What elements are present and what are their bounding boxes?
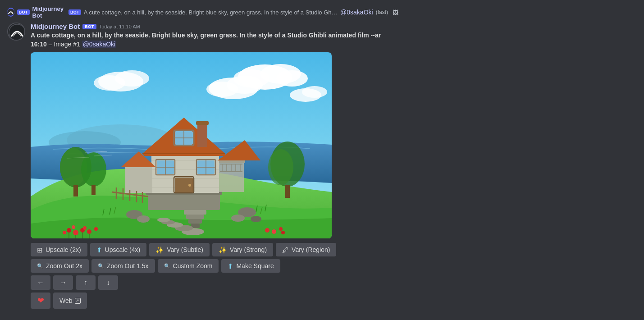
web-label: Web: [59, 297, 73, 304]
make-square-label: Make Square: [236, 262, 274, 270]
zoom-out-15x-button[interactable]: 🔍 Zoom Out 1.5x: [91, 259, 155, 273]
upscale-4x-button[interactable]: ⬆ Upscale (4x): [90, 243, 147, 256]
message-suffix: – Image #1: [49, 41, 82, 48]
custom-zoom-label: Custom Zoom: [173, 262, 213, 270]
generated-image: [31, 52, 332, 238]
svg-point-86: [279, 227, 283, 231]
svg-rect-72: [285, 185, 290, 198]
button-row-bottom: ❤ Web: [31, 293, 398, 309]
zoom-out-2x-button[interactable]: 🔍 Zoom Out 2x: [31, 259, 89, 273]
button-row-2: 🔍 Zoom Out 2x 🔍 Zoom Out 1.5x 🔍 Custom Z…: [31, 259, 398, 273]
make-square-button[interactable]: ⬆ Make Square: [221, 259, 280, 273]
svg-rect-21: [196, 121, 209, 125]
message-timestamp: Today at 11:10 AM: [99, 24, 140, 29]
vary-region-button[interactable]: 🖊 Vary (Region): [276, 243, 336, 256]
svg-point-2: [9, 24, 25, 41]
arrow-left-button[interactable]: ←: [31, 275, 50, 290]
top-username: Midjourney Bot: [32, 5, 66, 19]
arrow-up-button[interactable]: ↑: [76, 275, 96, 290]
top-mention: @0sakaOki: [340, 9, 373, 16]
upscale-4x-label: Upscale (4x): [105, 246, 141, 253]
vary-strong-icon: ✨: [219, 247, 227, 253]
svg-point-73: [73, 230, 78, 235]
upscale-2x-icon: ⊞: [37, 247, 43, 253]
svg-point-80: [94, 227, 98, 231]
svg-point-85: [272, 229, 276, 234]
upscale-2x-button[interactable]: ⊞ Upscale (2x): [31, 243, 87, 256]
bot-username: Midjourney Bot: [31, 23, 80, 30]
chat-container: BOT Midjourney Bot BOT A cute cottage, o…: [0, 0, 406, 319]
custom-zoom-icon: 🔍: [164, 264, 170, 269]
top-bot-tag: BOT: [17, 9, 30, 15]
svg-point-79: [63, 231, 66, 234]
vary-subtle-button[interactable]: ✨ Vary (Subtle): [149, 243, 210, 256]
svg-point-48: [188, 184, 191, 187]
svg-point-77: [83, 226, 87, 230]
svg-rect-67: [73, 185, 78, 197]
svg-point-87: [265, 228, 269, 233]
vary-strong-button[interactable]: ✨ Vary (Strong): [212, 243, 273, 256]
svg-point-71: [268, 149, 293, 185]
heart-icon: ❤: [37, 296, 44, 306]
zoom-out-2x-icon: 🔍: [37, 264, 43, 269]
svg-rect-20: [197, 122, 207, 147]
arrow-right-icon: →: [59, 279, 67, 287]
make-square-icon: ⬆: [228, 263, 233, 270]
vary-region-icon: 🖊: [282, 247, 289, 253]
message-row: Midjourney Bot BOT Today at 11:10 AM A c…: [7, 23, 398, 311]
message-header: Midjourney Bot BOT Today at 11:10 AM: [31, 23, 398, 30]
zoom-out-15x-icon: 🔍: [98, 264, 104, 269]
svg-point-58: [251, 216, 261, 222]
svg-point-98: [94, 75, 125, 91]
svg-rect-10: [188, 219, 202, 224]
zoom-out-2x-label: Zoom Out 2x: [46, 262, 82, 270]
bot-tag: BOT: [82, 24, 96, 29]
top-prompt-preview: A cute cottage, on a hill, by the seasid…: [84, 9, 338, 16]
arrow-up-icon: ↑: [84, 279, 87, 287]
upscale-2x-label: Upscale (2x): [46, 246, 81, 253]
message-content: Midjourney Bot BOT Today at 11:10 AM A c…: [31, 23, 398, 311]
zoom-out-15x-label: Zoom Out 1.5x: [107, 262, 149, 270]
external-link-icon: [75, 298, 81, 304]
top-image-icon: 🖼: [393, 9, 398, 16]
top-avatar-small: [7, 8, 14, 17]
arrow-down-button[interactable]: ↓: [98, 275, 118, 290]
svg-point-57: [231, 215, 245, 222]
svg-rect-69: [91, 185, 96, 195]
svg-point-55: [137, 215, 150, 223]
svg-point-92: [276, 70, 308, 87]
message-mention: @0sakaOki: [82, 41, 117, 48]
top-speed-tag: (fast): [376, 9, 388, 15]
custom-zoom-button[interactable]: 🔍 Custom Zoom: [158, 259, 219, 273]
heart-button[interactable]: ❤: [31, 293, 50, 309]
top-notification-bar: BOT Midjourney Bot BOT A cute cottage, o…: [7, 4, 398, 21]
vary-subtle-icon: ✨: [155, 247, 164, 253]
vary-region-label: Vary (Region): [292, 246, 330, 253]
svg-point-78: [67, 228, 71, 233]
svg-rect-36: [125, 167, 152, 193]
vary-strong-label: Vary (Strong): [230, 246, 267, 253]
arrow-left-icon: ←: [37, 279, 44, 287]
button-row-1: ⊞ Upscale (2x) ⬆ Upscale (4x) ✨ Vary (Su…: [31, 243, 398, 256]
bot-avatar: [7, 23, 25, 41]
arrow-down-icon: ↓: [106, 279, 110, 287]
message-text: A cute cottage, on a hill, by the seasid…: [31, 31, 398, 49]
svg-point-88: [281, 231, 285, 234]
svg-rect-8: [184, 210, 206, 215]
button-row-arrows: ← → ↑ ↓: [31, 275, 398, 290]
top-bot-tag-2: BOT: [69, 9, 81, 15]
svg-point-100: [302, 86, 327, 98]
web-button[interactable]: Web: [53, 293, 87, 309]
svg-point-53: [157, 218, 170, 222]
vary-subtle-label: Vary (Subtle): [167, 246, 203, 253]
svg-rect-9: [186, 215, 204, 219]
svg-point-75: [72, 225, 75, 229]
svg-point-95: [206, 82, 238, 97]
arrow-right-button[interactable]: →: [53, 275, 73, 290]
upscale-4x-icon: ⬆: [96, 247, 102, 253]
svg-point-76: [87, 229, 91, 234]
